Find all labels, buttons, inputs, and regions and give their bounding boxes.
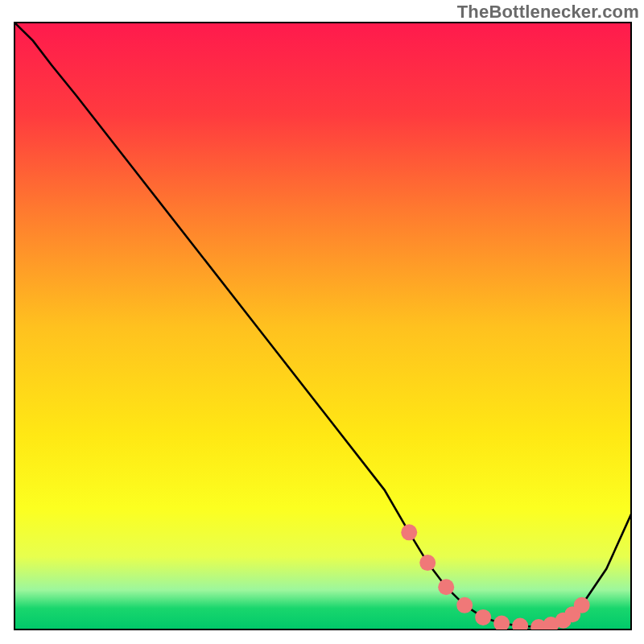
series-marker (512, 617, 528, 634)
watermark-label: TheBottlenecker.com (457, 2, 639, 23)
series-marker (456, 597, 473, 613)
series-marker (574, 597, 590, 613)
series-marker (419, 555, 436, 571)
chart-plot (0, 0, 644, 644)
series-marker (493, 615, 510, 631)
background-gradient (14, 23, 631, 630)
series-marker (401, 524, 417, 540)
series-marker (475, 609, 491, 625)
series-marker (438, 579, 454, 595)
chart-container: TheBottlenecker.com (0, 0, 644, 644)
